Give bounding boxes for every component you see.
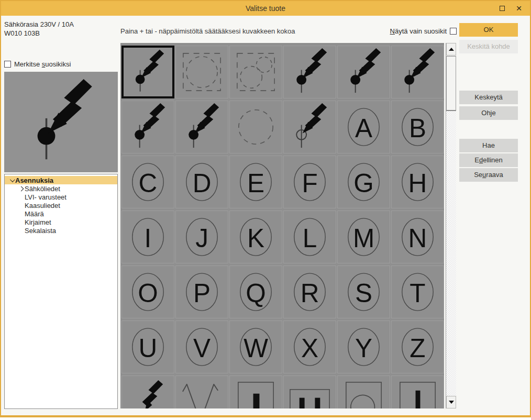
svg-text:H: H xyxy=(408,169,427,197)
symbol-tile-letter-O[interactable]: O xyxy=(121,266,174,318)
symbol-tile-letter-S[interactable]: S xyxy=(337,266,390,318)
symbol-tile-letter-V[interactable]: V xyxy=(175,320,228,373)
mark-favorite-checkbox[interactable] xyxy=(4,61,11,68)
previous-button[interactable]: Edellinen xyxy=(459,153,518,167)
symbol-tile-letter-Z[interactable]: Z xyxy=(391,320,444,373)
symbol-tile-two-bars-box[interactable] xyxy=(283,375,336,408)
svg-text:K: K xyxy=(247,224,264,252)
dialog-window: Valitse tuote × Sähkörasia 230V / 10A W0… xyxy=(0,0,531,417)
symbol-tile-letter-Y[interactable]: Y xyxy=(337,320,390,373)
scroll-down-button[interactable] xyxy=(446,396,456,408)
svg-text:M: M xyxy=(353,224,374,252)
svg-text:F: F xyxy=(302,169,317,197)
symbol-tile-bolt-dot[interactable] xyxy=(121,46,174,98)
product-name: Sähkörasia 230V / 10A xyxy=(4,20,74,29)
ok-button[interactable]: OK xyxy=(459,23,518,37)
symbol-tile-bar-box[interactable] xyxy=(229,375,282,408)
title-bar: Valitse tuote × xyxy=(1,1,530,16)
svg-text:C: C xyxy=(139,169,158,197)
symbol-tile-letter-D[interactable]: D xyxy=(175,156,228,208)
symbol-tile-bolt-dot[interactable] xyxy=(175,101,228,153)
help-button[interactable]: Ohje xyxy=(459,106,518,120)
symbol-tile-dashed-square-two-circles[interactable] xyxy=(229,46,282,98)
symbol-tile-letter-R[interactable]: R xyxy=(283,266,336,318)
resize-hint: Paina + tai - näppäimistöltä säätääksesi… xyxy=(120,27,295,35)
scroll-up-button[interactable] xyxy=(446,43,456,56)
tree-item-label: Määrä xyxy=(25,210,44,218)
next-button[interactable]: Seuraava xyxy=(459,168,518,182)
tree-item[interactable]: Asennuksia xyxy=(5,176,117,184)
symbol-tile-letter-C[interactable]: C xyxy=(121,156,174,208)
svg-text:S: S xyxy=(355,279,372,307)
symbol-tile-letter-N[interactable]: N xyxy=(391,211,444,263)
symbol-tile-letter-G[interactable]: G xyxy=(337,156,390,208)
symbol-tile-dashed-circle[interactable] xyxy=(229,101,282,153)
svg-text:X: X xyxy=(301,334,318,362)
tree-item[interactable]: Sekalaista xyxy=(5,226,117,235)
svg-text:A: A xyxy=(355,114,372,142)
symbol-tile-letter-B[interactable]: B xyxy=(391,101,444,153)
symbol-tile-letter-K[interactable]: K xyxy=(229,211,282,263)
symbol-tile-bolt-dot[interactable] xyxy=(337,46,390,98)
tree-item[interactable]: LVI- varusteet xyxy=(5,193,117,201)
svg-text:L: L xyxy=(303,224,317,252)
symbol-tile-dashed-square-circle[interactable] xyxy=(175,46,228,98)
symbol-tile-letter-W[interactable]: W xyxy=(229,320,282,373)
svg-text:V: V xyxy=(193,334,211,362)
tree-item[interactable]: Sähköliedet xyxy=(5,184,117,193)
svg-text:Z: Z xyxy=(410,334,425,362)
mark-favorite-label: Merkitse suosikiksi xyxy=(14,60,71,68)
maximize-button[interactable] xyxy=(494,1,510,16)
symbol-tile-arrow-box[interactable] xyxy=(337,375,390,408)
symbol-tile-letter-I[interactable]: I xyxy=(121,211,174,263)
symbol-tile-letter-U[interactable]: U xyxy=(121,320,174,373)
symbol-tile-letter-P[interactable]: P xyxy=(175,266,228,318)
product-code: W010 103B xyxy=(4,29,74,38)
product-info: Sähkörasia 230V / 10A W010 103B xyxy=(4,20,74,38)
symbol-tile-letter-H[interactable]: H xyxy=(391,156,444,208)
show-favorites-checkbox[interactable] xyxy=(450,28,457,35)
svg-text:W: W xyxy=(244,334,268,362)
tree-item-label: Kirjaimet xyxy=(25,218,51,226)
cancel-button[interactable]: Keskeytä xyxy=(459,91,518,104)
tree-item[interactable]: Kaasuliedet xyxy=(5,201,117,209)
chevron-right-icon[interactable] xyxy=(17,187,25,191)
show-favorites-row: Näytä vain suosikit xyxy=(390,27,457,35)
tree-item[interactable]: Kirjaimet xyxy=(5,218,117,226)
center-target-button: Keskitä kohde xyxy=(459,40,518,53)
symbol-tile-letter-L[interactable]: L xyxy=(283,211,336,263)
symbol-tile-letter-E[interactable]: E xyxy=(229,156,282,208)
chevron-down-icon[interactable] xyxy=(8,179,15,182)
symbol-tile-letter-J[interactable]: J xyxy=(175,211,228,263)
symbol-tile-letter-M[interactable]: M xyxy=(337,211,390,263)
symbol-tile-v-lines[interactable] xyxy=(175,375,228,408)
search-button[interactable]: Hae xyxy=(459,139,518,152)
symbol-tile-letter-T[interactable]: T xyxy=(391,266,444,318)
symbol-tile-bolt-dot[interactable] xyxy=(121,101,174,153)
symbol-tile-letter-Q[interactable]: Q xyxy=(229,266,282,318)
dialog-title: Valitse tuote xyxy=(1,1,530,16)
symbol-tile-bolt-open-dot[interactable] xyxy=(283,101,336,153)
bottom-border-line xyxy=(1,415,530,416)
show-favorites-label: Näytä vain suosikit xyxy=(390,27,447,35)
grid-scrollbar[interactable] xyxy=(446,43,456,408)
svg-text:U: U xyxy=(139,334,158,362)
symbol-tile-bolt-dot[interactable] xyxy=(391,46,444,98)
svg-text:P: P xyxy=(193,279,211,307)
svg-text:O: O xyxy=(138,279,158,307)
tree-item-label: Sähköliedet xyxy=(25,185,60,193)
symbol-preview xyxy=(4,72,118,172)
scrollbar-thumb[interactable] xyxy=(446,56,456,111)
symbol-tile-letter-X[interactable]: X xyxy=(283,320,336,373)
close-button[interactable]: × xyxy=(511,1,527,16)
maximize-icon xyxy=(500,6,505,11)
symbol-tile-bolt-dot[interactable] xyxy=(283,46,336,98)
symbol-tile-bar-dot-box[interactable] xyxy=(391,375,444,408)
preview-bolt-symbol-icon xyxy=(15,75,108,169)
category-tree: AsennuksiaSähköliedetLVI- varusteetKaasu… xyxy=(4,174,118,409)
symbol-tile-bolt-socket[interactable] xyxy=(121,375,174,408)
symbol-tile-letter-A[interactable]: A xyxy=(337,101,390,153)
symbol-tile-letter-F[interactable]: F xyxy=(283,156,336,208)
svg-text:Q: Q xyxy=(246,279,266,307)
tree-item[interactable]: Määrä xyxy=(5,209,117,218)
